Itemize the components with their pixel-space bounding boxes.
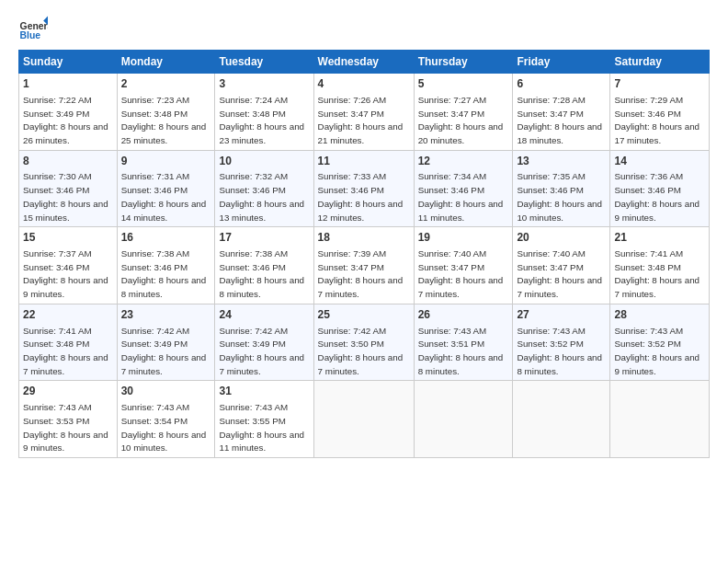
calendar-cell: 21Sunrise: 7:41 AMSunset: 3:48 PMDayligh…: [610, 227, 710, 304]
calendar-cell: 10Sunrise: 7:32 AMSunset: 3:46 PMDayligh…: [215, 150, 313, 227]
day-info: Sunrise: 7:42 AMSunset: 3:49 PMDaylight:…: [219, 326, 304, 376]
calendar-cell: [610, 381, 710, 458]
day-number: 4: [318, 76, 410, 92]
calendar-cell: 3Sunrise: 7:24 AMSunset: 3:48 PMDaylight…: [215, 74, 313, 151]
header: General Blue: [18, 15, 710, 44]
day-number: 20: [517, 230, 606, 246]
logo-icon: General Blue: [18, 15, 48, 44]
calendar-cell: 28Sunrise: 7:43 AMSunset: 3:52 PMDayligh…: [610, 304, 710, 381]
day-info: Sunrise: 7:34 AMSunset: 3:46 PMDaylight:…: [418, 171, 504, 222]
calendar-cell: 1Sunrise: 7:22 AMSunset: 3:49 PMDaylight…: [19, 74, 118, 151]
day-number: 6: [517, 76, 606, 92]
calendar-cell: 11Sunrise: 7:33 AMSunset: 3:46 PMDayligh…: [313, 150, 414, 227]
day-header-monday: Monday: [117, 51, 215, 74]
day-number: 30: [121, 384, 211, 399]
day-info: Sunrise: 7:36 AMSunset: 3:46 PMDaylight:…: [614, 171, 700, 222]
day-header-saturday: Saturday: [610, 51, 710, 74]
calendar-cell: [414, 381, 513, 458]
day-number: 22: [23, 307, 113, 323]
day-number: 31: [219, 384, 309, 399]
calendar-cell: 13Sunrise: 7:35 AMSunset: 3:46 PMDayligh…: [513, 150, 610, 227]
day-info: Sunrise: 7:24 AMSunset: 3:48 PMDaylight:…: [219, 95, 304, 145]
calendar-cell: 25Sunrise: 7:42 AMSunset: 3:50 PMDayligh…: [313, 304, 414, 381]
day-number: 27: [517, 307, 606, 323]
day-number: 12: [418, 154, 509, 169]
day-number: 19: [418, 230, 509, 246]
calendar-cell: 14Sunrise: 7:36 AMSunset: 3:46 PMDayligh…: [610, 150, 710, 227]
day-info: Sunrise: 7:42 AMSunset: 3:50 PMDaylight:…: [318, 326, 404, 376]
day-info: Sunrise: 7:42 AMSunset: 3:49 PMDaylight:…: [121, 326, 207, 376]
day-info: Sunrise: 7:23 AMSunset: 3:48 PMDaylight:…: [121, 95, 207, 145]
calendar-cell: 16Sunrise: 7:38 AMSunset: 3:46 PMDayligh…: [117, 227, 215, 304]
day-info: Sunrise: 7:38 AMSunset: 3:46 PMDaylight:…: [219, 248, 304, 299]
calendar-cell: 15Sunrise: 7:37 AMSunset: 3:46 PMDayligh…: [19, 227, 118, 304]
calendar-cell: [513, 381, 610, 458]
day-number: 8: [23, 154, 113, 169]
day-number: 15: [23, 230, 113, 246]
calendar-cell: 5Sunrise: 7:27 AMSunset: 3:47 PMDaylight…: [414, 74, 513, 151]
calendar-cell: 20Sunrise: 7:40 AMSunset: 3:47 PMDayligh…: [513, 227, 610, 304]
day-number: 13: [517, 154, 606, 169]
day-info: Sunrise: 7:43 AMSunset: 3:55 PMDaylight:…: [219, 402, 304, 453]
calendar-cell: 7Sunrise: 7:29 AMSunset: 3:46 PMDaylight…: [610, 74, 710, 151]
day-info: Sunrise: 7:39 AMSunset: 3:47 PMDaylight:…: [318, 248, 404, 299]
calendar-cell: 19Sunrise: 7:40 AMSunset: 3:47 PMDayligh…: [414, 227, 513, 304]
calendar-header-row: SundayMondayTuesdayWednesdayThursdayFrid…: [19, 51, 710, 74]
day-info: Sunrise: 7:31 AMSunset: 3:46 PMDaylight:…: [121, 171, 207, 222]
day-number: 3: [219, 76, 309, 92]
svg-text:Blue: Blue: [20, 30, 41, 40]
day-number: 18: [318, 230, 410, 246]
calendar-cell: 17Sunrise: 7:38 AMSunset: 3:46 PMDayligh…: [215, 227, 313, 304]
day-info: Sunrise: 7:33 AMSunset: 3:46 PMDaylight:…: [318, 171, 404, 222]
logo: General Blue: [18, 15, 48, 44]
day-number: 28: [614, 307, 705, 323]
calendar-week-row: 15Sunrise: 7:37 AMSunset: 3:46 PMDayligh…: [19, 227, 710, 304]
calendar-cell: 9Sunrise: 7:31 AMSunset: 3:46 PMDaylight…: [117, 150, 215, 227]
calendar-week-row: 8Sunrise: 7:30 AMSunset: 3:46 PMDaylight…: [19, 150, 710, 227]
calendar-cell: 30Sunrise: 7:43 AMSunset: 3:54 PMDayligh…: [117, 381, 215, 458]
day-number: 23: [121, 307, 211, 323]
calendar-cell: 12Sunrise: 7:34 AMSunset: 3:46 PMDayligh…: [414, 150, 513, 227]
day-header-thursday: Thursday: [414, 51, 513, 74]
day-info: Sunrise: 7:30 AMSunset: 3:46 PMDaylight:…: [23, 171, 108, 222]
day-info: Sunrise: 7:28 AMSunset: 3:47 PMDaylight:…: [517, 95, 602, 145]
day-header-friday: Friday: [513, 51, 610, 74]
day-number: 9: [121, 154, 211, 169]
day-info: Sunrise: 7:27 AMSunset: 3:47 PMDaylight:…: [418, 95, 504, 145]
day-header-wednesday: Wednesday: [313, 51, 414, 74]
day-header-sunday: Sunday: [19, 51, 118, 74]
day-info: Sunrise: 7:43 AMSunset: 3:52 PMDaylight:…: [614, 326, 700, 376]
calendar-table: SundayMondayTuesdayWednesdayThursdayFrid…: [18, 50, 710, 458]
day-info: Sunrise: 7:26 AMSunset: 3:47 PMDaylight:…: [318, 95, 404, 145]
day-info: Sunrise: 7:35 AMSunset: 3:46 PMDaylight:…: [517, 171, 602, 222]
calendar-week-row: 29Sunrise: 7:43 AMSunset: 3:53 PMDayligh…: [19, 381, 710, 458]
calendar-cell: 4Sunrise: 7:26 AMSunset: 3:47 PMDaylight…: [313, 74, 414, 151]
calendar-cell: 6Sunrise: 7:28 AMSunset: 3:47 PMDaylight…: [513, 74, 610, 151]
calendar-cell: 31Sunrise: 7:43 AMSunset: 3:55 PMDayligh…: [215, 381, 313, 458]
day-number: 25: [318, 307, 410, 323]
day-number: 16: [121, 230, 211, 246]
calendar-cell: 2Sunrise: 7:23 AMSunset: 3:48 PMDaylight…: [117, 74, 215, 151]
calendar-cell: 27Sunrise: 7:43 AMSunset: 3:52 PMDayligh…: [513, 304, 610, 381]
day-info: Sunrise: 7:41 AMSunset: 3:48 PMDaylight:…: [614, 248, 700, 299]
day-number: 17: [219, 230, 309, 246]
svg-text:General: General: [20, 21, 48, 31]
day-header-tuesday: Tuesday: [215, 51, 313, 74]
day-info: Sunrise: 7:37 AMSunset: 3:46 PMDaylight:…: [23, 248, 108, 299]
day-number: 24: [219, 307, 309, 323]
calendar-cell: 23Sunrise: 7:42 AMSunset: 3:49 PMDayligh…: [117, 304, 215, 381]
day-number: 7: [614, 76, 705, 92]
calendar-cell: 18Sunrise: 7:39 AMSunset: 3:47 PMDayligh…: [313, 227, 414, 304]
day-info: Sunrise: 7:32 AMSunset: 3:46 PMDaylight:…: [219, 171, 304, 222]
page-container: General Blue SundayMondayTuesdayWednesda…: [0, 0, 728, 467]
day-info: Sunrise: 7:43 AMSunset: 3:54 PMDaylight:…: [121, 402, 207, 453]
calendar-cell: 24Sunrise: 7:42 AMSunset: 3:49 PMDayligh…: [215, 304, 313, 381]
day-number: 14: [614, 154, 705, 169]
day-info: Sunrise: 7:29 AMSunset: 3:46 PMDaylight:…: [614, 95, 700, 145]
day-info: Sunrise: 7:38 AMSunset: 3:46 PMDaylight:…: [121, 248, 207, 299]
day-info: Sunrise: 7:43 AMSunset: 3:53 PMDaylight:…: [23, 402, 108, 453]
calendar-cell: 8Sunrise: 7:30 AMSunset: 3:46 PMDaylight…: [19, 150, 118, 227]
calendar-cell: 29Sunrise: 7:43 AMSunset: 3:53 PMDayligh…: [19, 381, 118, 458]
calendar-cell: 26Sunrise: 7:43 AMSunset: 3:51 PMDayligh…: [414, 304, 513, 381]
day-number: 1: [23, 76, 113, 92]
